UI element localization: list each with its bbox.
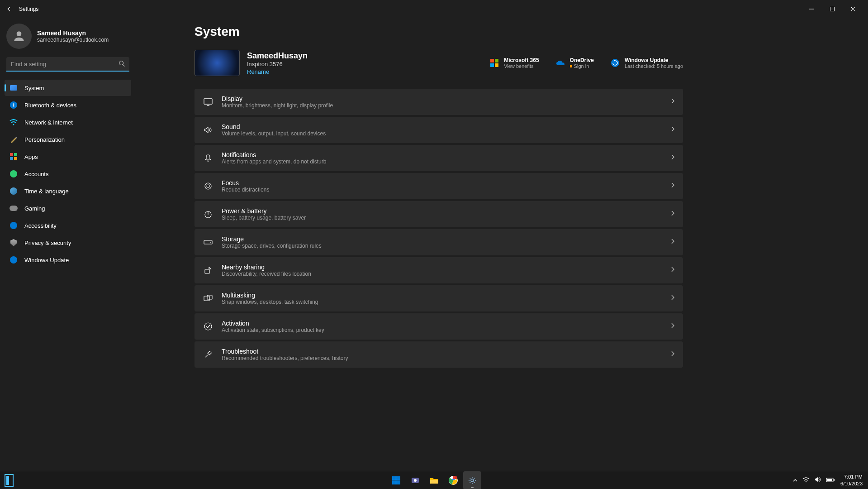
troubleshoot-icon <box>203 349 213 360</box>
setting-desc: Volume levels, output, input, sound devi… <box>222 130 326 137</box>
device-name: SameedHusayn <box>247 51 308 61</box>
setting-title: Power & battery <box>222 207 306 215</box>
onedrive-card[interactable]: OneDrive Sign in <box>555 57 594 69</box>
setting-power[interactable]: Power & battery Sleep, battery usage, ba… <box>194 201 683 227</box>
svg-point-3 <box>13 124 14 125</box>
sidebar-item-system[interactable]: System <box>5 80 131 96</box>
sidebar-item-label: Personalization <box>24 136 65 143</box>
status-title: Microsoft 365 <box>504 57 539 63</box>
setting-desc: Monitors, brightness, night light, displ… <box>222 102 333 109</box>
taskbar-clock[interactable]: 7:01 PM 6/10/2023 <box>840 474 863 487</box>
chevron-right-icon <box>670 210 675 218</box>
power-icon <box>203 209 213 220</box>
sidebar-item-label: System <box>24 85 44 91</box>
taskbar-explorer[interactable] <box>425 471 443 489</box>
sidebar-item-gaming[interactable]: Gaming <box>5 200 131 216</box>
setting-multitasking[interactable]: Multitasking Snap windows, desktops, tas… <box>194 285 683 312</box>
sidebar-item-accounts[interactable]: Accounts <box>5 166 131 182</box>
tray-chevron-icon[interactable] <box>792 476 798 484</box>
sidebar-item-label: Accounts <box>24 171 48 177</box>
svg-point-10 <box>210 242 211 243</box>
sound-icon <box>203 125 213 135</box>
sidebar-item-network[interactable]: Network & internet <box>5 114 131 130</box>
windows-update-icon <box>610 58 620 68</box>
status-sub: Sign in <box>570 63 594 69</box>
setting-title: Troubleshoot <box>222 348 348 355</box>
setting-storage[interactable]: Storage Storage space, drives, configura… <box>194 229 683 255</box>
apps-icon <box>9 152 18 161</box>
svg-point-20 <box>471 479 474 482</box>
setting-desc: Storage space, drives, configuration rul… <box>222 243 322 249</box>
display-icon <box>203 96 213 107</box>
setting-notifications[interactable]: Notifications Alerts from apps and syste… <box>194 145 683 171</box>
sidebar-item-label: Time & language <box>24 188 69 195</box>
maximize-button[interactable] <box>822 2 843 16</box>
taskbar-widgets[interactable] <box>5 474 14 487</box>
windows-update-card[interactable]: Windows Update Last checked: 5 hours ago <box>610 57 683 69</box>
sidebar-item-privacy[interactable]: Privacy & security <box>5 235 131 251</box>
setting-display[interactable]: Display Monitors, brightness, night ligh… <box>194 89 683 115</box>
setting-title: Notifications <box>222 151 326 158</box>
setting-sound[interactable]: Sound Volume levels, output, input, soun… <box>194 117 683 143</box>
user-section[interactable]: Sameed Husayn sameedhusayn@outlook.com <box>0 20 136 57</box>
tray-wifi-icon[interactable] <box>802 476 810 484</box>
sidebar-item-label: Apps <box>24 153 38 160</box>
sidebar-item-label: Network & internet <box>24 119 73 126</box>
page-title: System <box>194 24 683 39</box>
svg-rect-23 <box>834 479 835 481</box>
search-input[interactable] <box>6 57 129 72</box>
activation-icon <box>203 321 213 332</box>
microsoft-365-card[interactable]: Microsoft 365 View benefits <box>489 57 539 69</box>
back-button[interactable] <box>5 5 14 14</box>
setting-desc: Snap windows, desktops, task switching <box>222 299 318 305</box>
sidebar-item-apps[interactable]: Apps <box>5 149 131 165</box>
chevron-right-icon <box>670 98 675 106</box>
chevron-right-icon <box>670 154 675 162</box>
close-button[interactable] <box>843 2 863 16</box>
setting-activation[interactable]: Activation Activation state, subscriptio… <box>194 313 683 340</box>
setting-title: Nearby sharing <box>222 264 311 271</box>
sidebar-item-label: Privacy & security <box>24 240 71 246</box>
sidebar-item-time[interactable]: Time & language <box>5 183 131 199</box>
multitasking-icon <box>203 293 213 304</box>
chevron-right-icon <box>670 266 675 274</box>
focus-icon <box>203 181 213 192</box>
bluetooth-icon <box>9 101 18 110</box>
sidebar-item-personalization[interactable]: Personalization <box>5 131 131 148</box>
start-button[interactable] <box>387 471 405 489</box>
chevron-right-icon <box>670 182 675 190</box>
nearby-icon <box>203 265 213 276</box>
taskbar-teams[interactable] <box>406 471 424 489</box>
svg-point-7 <box>207 185 209 187</box>
rename-link[interactable]: Rename <box>247 68 308 75</box>
setting-troubleshoot[interactable]: Troubleshoot Recommended troubleshooters… <box>194 341 683 368</box>
tray-battery-icon[interactable] <box>826 476 835 484</box>
device-thumbnail[interactable] <box>194 50 240 76</box>
clock-date: 6/10/2023 <box>840 480 863 487</box>
notifications-icon <box>203 153 213 163</box>
sidebar-item-accessibility[interactable]: Accessibility <box>5 217 131 234</box>
storage-icon <box>203 237 213 248</box>
setting-desc: Sleep, battery usage, battery saver <box>222 215 306 221</box>
status-title: Windows Update <box>625 57 683 63</box>
accounts-icon <box>9 169 18 178</box>
svg-rect-24 <box>827 479 832 481</box>
content-area: System SameedHusayn Inspiron 3576 Rename… <box>136 18 868 471</box>
setting-focus[interactable]: Focus Reduce distractions <box>194 173 683 199</box>
setting-desc: Discoverability, received files location <box>222 271 311 277</box>
setting-title: Display <box>222 95 333 102</box>
svg-point-6 <box>205 183 211 189</box>
sidebar-item-bluetooth[interactable]: Bluetooth & devices <box>5 97 131 113</box>
svg-point-2 <box>119 61 123 65</box>
svg-rect-11 <box>205 269 209 273</box>
svg-rect-12 <box>204 296 209 301</box>
setting-nearby[interactable]: Nearby sharing Discoverability, received… <box>194 257 683 283</box>
setting-title: Activation <box>222 320 324 327</box>
sidebar-item-update[interactable]: Windows Update <box>5 252 131 268</box>
tray-volume-icon[interactable] <box>814 476 821 484</box>
taskbar-settings[interactable] <box>463 471 481 489</box>
setting-desc: Activation state, subscriptions, product… <box>222 327 324 333</box>
search-box <box>6 57 129 72</box>
minimize-button[interactable] <box>801 2 822 16</box>
taskbar-chrome[interactable] <box>444 471 462 489</box>
